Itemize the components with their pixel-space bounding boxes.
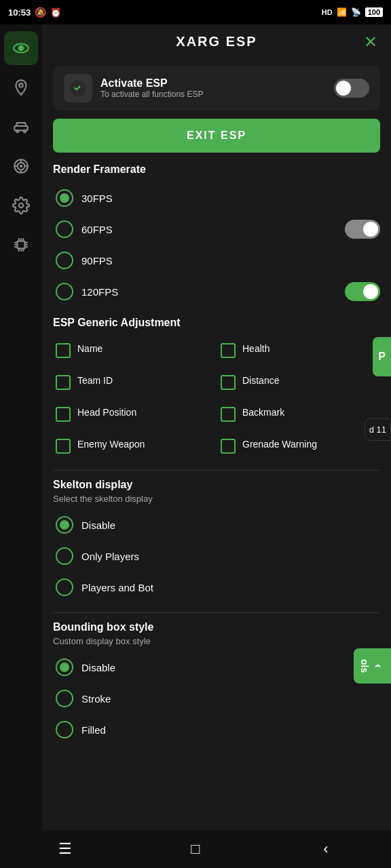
toggle-60fps[interactable] bbox=[345, 220, 380, 239]
radio-60fps-indicator bbox=[56, 220, 73, 238]
checkbox-teamid-box bbox=[56, 375, 71, 390]
checkbox-headposition-box bbox=[56, 407, 71, 422]
checkbox-teamid-label: Team ID bbox=[77, 374, 113, 387]
checkbox-backmark-box bbox=[221, 407, 236, 422]
checkbox-backmark[interactable]: Backmark bbox=[218, 401, 380, 427]
bbox-stroke-label: Stroke bbox=[81, 693, 111, 705]
bbox-stroke[interactable]: Stroke bbox=[53, 684, 380, 713]
wifi-icon: 📡 bbox=[351, 7, 361, 17]
bounding-box-section: Bounding box style Custom display box st… bbox=[53, 621, 380, 744]
esp-generic-section: ESP Generic Adjustment Name Health Team … bbox=[53, 317, 380, 459]
status-left: 10:53 🔕 ⏰ bbox=[8, 7, 61, 18]
nav-menu[interactable]: ☰ bbox=[0, 830, 130, 868]
skelton-disable[interactable]: Disable bbox=[53, 511, 380, 539]
radio-bbox-filled-indicator bbox=[56, 721, 73, 738]
radio-30fps-indicator bbox=[56, 189, 73, 207]
checkbox-name[interactable]: Name bbox=[53, 337, 215, 363]
bbox-filled-label: Filled bbox=[81, 724, 106, 736]
skelton-players-bot[interactable]: Players and Bot bbox=[53, 573, 380, 601]
bounding-box-subtitle: Custom display box style bbox=[53, 636, 380, 646]
checkbox-name-label: Name bbox=[77, 342, 103, 355]
menu-icon: ☰ bbox=[58, 840, 72, 858]
esp-generic-title: ESP Generic Adjustment bbox=[53, 317, 380, 329]
sidebar-item-car[interactable] bbox=[4, 110, 38, 144]
signal-icon: 📶 bbox=[337, 7, 347, 17]
checkbox-grenadewarning-label: Grenade Warning bbox=[242, 438, 317, 450]
toggle-slider-120fps bbox=[345, 282, 380, 301]
svg-point-13 bbox=[19, 203, 24, 208]
framerate-radio-group: 30FPS 60FPS 90FPS bbox=[53, 184, 380, 306]
framerate-90fps[interactable]: 90FPS bbox=[53, 246, 380, 275]
divider-2 bbox=[53, 612, 380, 613]
nav-home[interactable]: □ bbox=[130, 830, 261, 868]
checkbox-enemyweapon[interactable]: Enemy Weapon bbox=[53, 433, 215, 459]
framerate-30fps[interactable]: 30FPS bbox=[53, 184, 380, 212]
exit-esp-button[interactable]: EXIT ESP bbox=[53, 119, 380, 153]
checkbox-health-label: Health bbox=[242, 342, 269, 355]
checkbox-headposition[interactable]: Head Position bbox=[53, 401, 215, 427]
framerate-30fps-label: 30FPS bbox=[81, 193, 113, 204]
checkbox-distance-label: Distance bbox=[242, 374, 279, 387]
activate-esp-toggle[interactable] bbox=[334, 79, 369, 98]
svg-rect-14 bbox=[18, 241, 25, 249]
svg-point-1 bbox=[19, 46, 24, 51]
sidebar-item-eye[interactable] bbox=[4, 31, 38, 65]
skelton-only-players[interactable]: Only Players bbox=[53, 542, 380, 570]
bbox-filled[interactable]: Filled bbox=[53, 715, 380, 744]
page-title: XARG ESP bbox=[176, 34, 257, 50]
skelton-subtitle: Select the skelton display bbox=[53, 494, 380, 504]
skelton-radio-group: Disable Only Players Players and Bot bbox=[53, 511, 380, 601]
sidebar-item-location[interactable] bbox=[4, 71, 38, 104]
checkbox-grenadewarning[interactable]: Grenade Warning bbox=[218, 433, 380, 459]
close-button[interactable]: ✕ bbox=[364, 33, 377, 52]
float-tab-ols[interactable]: ‹ ols bbox=[354, 648, 391, 684]
toggle-slider-activate bbox=[334, 79, 369, 98]
checkbox-name-box bbox=[56, 343, 71, 358]
radio-skelton-disable-indicator bbox=[56, 516, 73, 534]
bounding-box-radio-group: Disable Stroke Filled bbox=[53, 653, 380, 744]
framerate-60fps[interactable]: 60FPS bbox=[53, 215, 345, 243]
svg-point-8 bbox=[20, 165, 22, 167]
sidebar-item-target[interactable] bbox=[4, 149, 38, 183]
nav-back[interactable]: ‹ bbox=[261, 830, 391, 868]
render-framerate-section: Render Framerate 30FPS 60FPS bbox=[53, 163, 380, 306]
radio-120fps-indicator bbox=[56, 283, 73, 300]
content-area: Activate ESP To activate all functions E… bbox=[42, 59, 391, 809]
toggle-120fps[interactable] bbox=[345, 282, 380, 301]
home-icon: □ bbox=[191, 840, 200, 858]
header: XARG ESP ✕ bbox=[42, 24, 391, 59]
radio-bbox-disable-indicator bbox=[56, 658, 73, 676]
skelton-disable-label: Disable bbox=[81, 519, 115, 531]
radio-bbox-stroke-indicator bbox=[56, 690, 73, 707]
activate-esp-card: Activate ESP To activate all functions E… bbox=[53, 66, 380, 111]
skelton-display-section: Skelton display Select the skelton displ… bbox=[53, 479, 380, 601]
framerate-60fps-row: 60FPS bbox=[53, 215, 380, 243]
checkbox-distance[interactable]: Distance bbox=[218, 369, 380, 395]
status-right: HD 📶 📡 100 bbox=[322, 7, 383, 17]
radio-skelton-bot-indicator bbox=[56, 578, 73, 596]
float-tab-d11[interactable]: d 11 bbox=[365, 418, 391, 441]
framerate-60fps-label: 60FPS bbox=[81, 224, 113, 235]
bbox-disable[interactable]: Disable bbox=[53, 653, 380, 682]
battery-indicator: 100 bbox=[365, 7, 383, 17]
float-tab-p[interactable]: P bbox=[373, 337, 391, 376]
framerate-120fps[interactable]: 120FPS bbox=[53, 277, 345, 306]
skelton-title: Skelton display bbox=[53, 479, 380, 491]
activate-esp-icon bbox=[64, 74, 92, 102]
framerate-90fps-label: 90FPS bbox=[81, 255, 113, 267]
back-icon: ‹ bbox=[323, 840, 328, 858]
framerate-120fps-label: 120FPS bbox=[81, 286, 118, 298]
checkbox-backmark-label: Backmark bbox=[242, 406, 284, 418]
skelton-players-label: Only Players bbox=[81, 551, 139, 562]
activate-text: Activate ESP To activate all functions E… bbox=[100, 77, 203, 99]
alarm-icon: ⏰ bbox=[50, 7, 61, 18]
sidebar bbox=[0, 24, 42, 830]
svg-point-2 bbox=[19, 83, 22, 87]
sidebar-item-chip[interactable] bbox=[4, 228, 38, 262]
checkbox-health[interactable]: Health bbox=[218, 337, 380, 363]
checkbox-distance-box bbox=[221, 375, 236, 390]
sidebar-item-settings[interactable] bbox=[4, 189, 38, 222]
toggle-slider-60fps bbox=[345, 220, 380, 239]
checkbox-teamid[interactable]: Team ID bbox=[53, 369, 215, 395]
framerate-title: Render Framerate bbox=[53, 163, 380, 176]
